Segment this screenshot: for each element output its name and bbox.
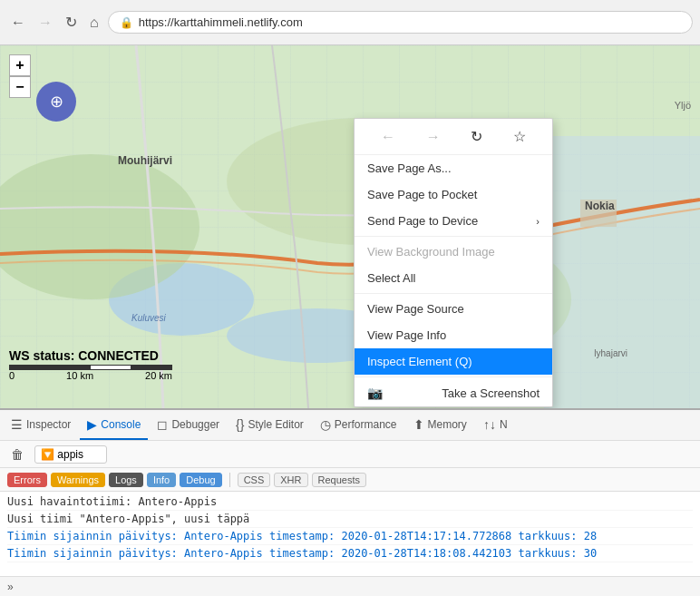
zoom-in-button[interactable]: + bbox=[9, 54, 31, 76]
devtools: ☰ Inspector ▶ Console ◻ Debugger {} Styl… bbox=[0, 408, 700, 596]
console-chevron[interactable]: » bbox=[0, 576, 700, 596]
context-bookmark-button[interactable]: ☆ bbox=[510, 126, 530, 147]
context-forward-button[interactable]: → bbox=[423, 127, 444, 147]
tab-memory-label: Memory bbox=[428, 418, 467, 431]
menu-divider-1 bbox=[355, 236, 552, 237]
console-icon: ▶ bbox=[87, 417, 97, 432]
zoom-controls: + − bbox=[9, 54, 31, 98]
console-line-3: Tiimin sijainnin päivitys: Antero-Appis … bbox=[7, 528, 693, 545]
context-menu-nav: ← → ↻ ☆ bbox=[355, 119, 552, 155]
tab-performance-label: Performance bbox=[335, 418, 397, 431]
back-button[interactable]: ← bbox=[7, 11, 29, 34]
menu-divider-2 bbox=[355, 293, 552, 294]
browser-toolbar: ← → ↻ ⌂ 🔒 https://karttahimmeli.netlify.… bbox=[0, 0, 700, 45]
map-container: + − ⊕ Mouhijärvi Nokia Yljö Kuluvesi lyh… bbox=[0, 45, 700, 408]
debugger-icon: ◻ bbox=[157, 417, 168, 432]
filter-debug-button[interactable]: Debug bbox=[180, 473, 221, 487]
screenshot-icon: 📷 bbox=[367, 386, 383, 400]
menu-item-view-source[interactable]: View Page Source bbox=[355, 296, 552, 322]
tab-performance[interactable]: ◷ Performance bbox=[313, 410, 404, 440]
menu-item-save-page-as[interactable]: Save Page As... bbox=[355, 155, 552, 181]
home-button[interactable]: ⌂ bbox=[86, 11, 102, 34]
tab-debugger[interactable]: ◻ Debugger bbox=[150, 410, 227, 440]
menu-label-take-screenshot: Take a Screenshot bbox=[442, 386, 540, 400]
filter-warnings-button[interactable]: Warnings bbox=[51, 473, 105, 487]
memory-icon: ⬆ bbox=[413, 417, 424, 432]
place-label-nokia: Nokia bbox=[585, 200, 615, 212]
context-reload-button[interactable]: ↻ bbox=[467, 126, 486, 147]
chevron-icon: » bbox=[7, 581, 14, 593]
scale-labels: 0 10 km 20 km bbox=[9, 370, 172, 381]
ws-status: WS status: CONNECTED bbox=[9, 348, 159, 363]
menu-item-view-info[interactable]: View Page Info bbox=[355, 322, 552, 348]
zoom-out-button[interactable]: − bbox=[9, 76, 31, 98]
tab-inspector-label: Inspector bbox=[26, 418, 71, 431]
context-menu: ← → ↻ ☆ Save Page As... Save Page to Poc… bbox=[354, 118, 553, 407]
context-back-button[interactable]: ← bbox=[377, 127, 399, 147]
tab-console[interactable]: ▶ Console bbox=[80, 410, 148, 440]
menu-item-view-bg-image: View Background Image bbox=[355, 239, 552, 265]
filter-errors-button[interactable]: Errors bbox=[7, 473, 47, 487]
console-line-2: Uusi tiimi "Antero-Appis", uusi täppä bbox=[7, 511, 693, 528]
scale-20km: 20 km bbox=[145, 370, 172, 381]
submenu-arrow: › bbox=[536, 216, 540, 227]
tab-debugger-label: Debugger bbox=[171, 418, 219, 431]
menu-label-save-to-pocket: Save Page to Pocket bbox=[367, 188, 477, 201]
place-label-lyhajarvi: lyhajarvi bbox=[594, 348, 627, 358]
menu-item-send-to-device[interactable]: Send Page to Device › bbox=[355, 208, 552, 234]
location-button[interactable]: ⊕ bbox=[36, 82, 76, 122]
lock-icon: 🔒 bbox=[120, 16, 133, 29]
network-icon: ↑↓ bbox=[483, 417, 496, 432]
menu-label-inspect-element: Inspect Element (Q) bbox=[367, 355, 472, 368]
tab-inspector[interactable]: ☰ Inspector bbox=[4, 410, 78, 440]
tab-console-label: Console bbox=[101, 418, 141, 431]
console-filter-input[interactable] bbox=[34, 445, 107, 464]
place-label-kulavesi: Kuluvesi bbox=[131, 313, 166, 323]
devtools-console: Uusi havaintotiimi: Antero-Appis Uusi ti… bbox=[0, 492, 700, 576]
scale-bar: 0 10 km 20 km bbox=[9, 365, 172, 381]
inspector-icon: ☰ bbox=[11, 417, 23, 432]
style-editor-icon: {} bbox=[236, 417, 244, 432]
menu-label-select-all: Select All bbox=[367, 271, 415, 285]
menu-item-save-to-pocket[interactable]: Save Page to Pocket bbox=[355, 181, 552, 208]
console-line-4: Tiimin sijainnin päivitys: Antero-Appis … bbox=[7, 545, 693, 562]
filter-css-button[interactable]: CSS bbox=[238, 473, 271, 487]
reload-button[interactable]: ↻ bbox=[62, 10, 81, 34]
devtools-filter-bar: Errors Warnings Logs Info Debug CSS XHR … bbox=[0, 468, 700, 492]
menu-divider-3 bbox=[355, 376, 552, 377]
filter-separator bbox=[229, 473, 230, 487]
menu-label-view-source: View Page Source bbox=[367, 302, 464, 316]
console-line-1: Uusi havaintotiimi: Antero-Appis bbox=[7, 493, 693, 511]
forward-button[interactable]: → bbox=[34, 11, 56, 34]
location-icon: ⊕ bbox=[50, 92, 63, 112]
menu-item-take-screenshot[interactable]: 📷 Take a Screenshot bbox=[355, 379, 552, 406]
tab-style-editor-label: Style Editor bbox=[248, 418, 303, 431]
devtools-tabs: ☰ Inspector ▶ Console ◻ Debugger {} Styl… bbox=[0, 410, 700, 441]
place-label-yljo: Yljö bbox=[675, 100, 691, 111]
scale-10km: 10 km bbox=[66, 370, 93, 381]
address-bar[interactable]: 🔒 https://karttahimmeli.netlify.com bbox=[108, 11, 693, 34]
clear-console-button[interactable]: 🗑 bbox=[7, 445, 27, 464]
svg-rect-2 bbox=[544, 136, 700, 408]
menu-label-view-info: View Page Info bbox=[367, 328, 446, 342]
menu-label-save-page-as: Save Page As... bbox=[367, 161, 452, 175]
filter-logs-button[interactable]: Logs bbox=[109, 473, 143, 487]
url-text: https://karttahimmeli.netlify.com bbox=[139, 15, 303, 29]
tab-network[interactable]: ↑↓ N bbox=[476, 410, 515, 440]
filter-xhr-button[interactable]: XHR bbox=[274, 473, 307, 487]
filter-info-button[interactable]: Info bbox=[147, 473, 176, 487]
menu-item-inspect-element[interactable]: Inspect Element (Q) bbox=[355, 348, 552, 375]
filter-requests-button[interactable]: Requests bbox=[312, 473, 366, 487]
devtools-toolbar: 🗑 bbox=[0, 441, 700, 468]
scale-0: 0 bbox=[9, 370, 15, 381]
place-label-mouhijarvi: Mouhijärvi bbox=[118, 154, 172, 167]
menu-label-send-to-device: Send Page to Device bbox=[367, 214, 478, 228]
tab-network-label: N bbox=[500, 418, 508, 431]
performance-icon: ◷ bbox=[320, 417, 331, 432]
menu-label-view-bg-image: View Background Image bbox=[367, 245, 495, 259]
tab-style-editor[interactable]: {} Style Editor bbox=[228, 410, 311, 440]
menu-item-select-all[interactable]: Select All bbox=[355, 265, 552, 291]
tab-memory[interactable]: ⬆ Memory bbox=[406, 410, 474, 440]
